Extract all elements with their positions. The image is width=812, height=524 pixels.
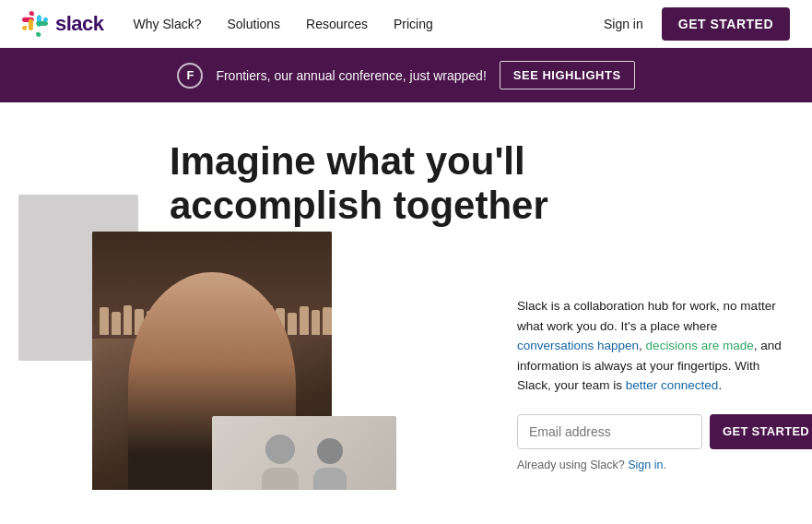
nav-link-resources[interactable]: Resources (306, 17, 368, 31)
banner-icon-letter: F (186, 68, 194, 82)
hero-heading: Imagine what you'll accomplish together (170, 139, 557, 229)
promo-banner: F Frontiers, our annual conference, just… (0, 48, 812, 102)
highlight-conversations: conversations happen (517, 339, 639, 352)
logo-text: slack (55, 12, 104, 36)
nav-link-why-slack[interactable]: Why Slack? (134, 17, 202, 31)
logo[interactable]: slack (22, 11, 104, 37)
get-started-button-nav[interactable]: GET STARTED (662, 7, 790, 41)
banner-text: Frontiers, our annual conference, just w… (216, 68, 486, 83)
get-started-button[interactable]: GET STARTED (710, 414, 812, 449)
email-form: GET STARTED (517, 414, 784, 449)
slack-logo-icon (22, 11, 48, 37)
hero-heading-line2: accomplish together (170, 184, 548, 227)
shelf-item (100, 307, 109, 335)
nav-links: Why Slack? Solutions Resources Pricing (134, 17, 604, 31)
shelf-item (323, 307, 332, 335)
hero-description: Slack is a collaboration hub for work, n… (517, 296, 784, 396)
email-input[interactable] (517, 414, 702, 449)
highlight-decisions: decisions are made (646, 339, 754, 352)
nav-link-solutions[interactable]: Solutions (227, 17, 280, 31)
hero-image-secondary (212, 416, 396, 490)
shelf-item (288, 313, 297, 335)
sign-in-link[interactable]: Sign in (604, 17, 643, 31)
highlight-connected: better connected (626, 378, 719, 392)
hero-image-secondary-inner (212, 416, 396, 490)
banner-icon: F (177, 63, 203, 89)
nav-link-pricing[interactable]: Pricing (394, 17, 433, 31)
hero-right-content: Slack is a collaboration hub for work, n… (517, 296, 784, 471)
banner-cta-button[interactable]: SEE HIGHLIGHTS (500, 61, 635, 89)
shelf-item (312, 310, 321, 335)
shelf-item (300, 306, 309, 335)
navbar: slack Why Slack? Solutions Resources Pri… (0, 0, 812, 48)
shelf-item (112, 312, 121, 335)
shelf-item (124, 305, 133, 335)
hero-images (0, 195, 424, 490)
hero-section: Imagine what you'll accomplish together (0, 102, 812, 490)
already-using-text: Already using Slack? Sign in. (517, 458, 784, 471)
nav-right: Sign in GET STARTED (604, 7, 790, 41)
hero-heading-line1: Imagine what you'll (170, 139, 525, 183)
sign-in-link-hero[interactable]: Sign in (628, 458, 663, 471)
